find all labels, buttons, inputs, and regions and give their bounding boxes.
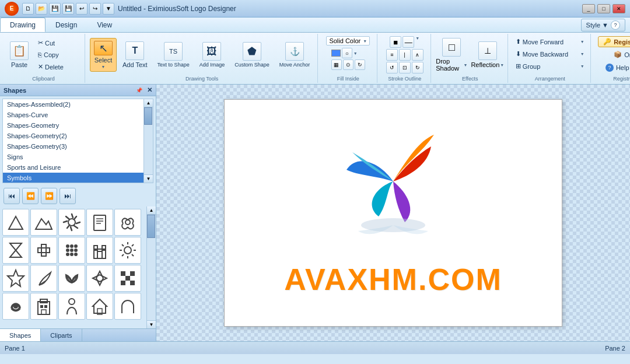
- fill-extra-1[interactable]: ▦: [331, 60, 342, 70]
- logo-graphic: [329, 117, 457, 246]
- minimize-button[interactable]: _: [582, 4, 595, 13]
- stroke-extra-1[interactable]: ↺: [386, 62, 398, 74]
- shape-icon-home[interactable]: [86, 293, 113, 320]
- paste-button[interactable]: 📋 Paste: [6, 38, 33, 72]
- scroll-up-btn[interactable]: ▲: [144, 99, 153, 107]
- add-image-button[interactable]: 🖼 Add Image: [195, 38, 229, 72]
- svg-point-23: [74, 253, 78, 256]
- add-text-button[interactable]: T Add Text: [118, 38, 152, 72]
- stroke-dropdown[interactable]: ▼: [415, 36, 419, 48]
- shape-icon-building[interactable]: [30, 293, 57, 320]
- tab-shapes[interactable]: Shapes: [0, 329, 41, 341]
- shape-list[interactable]: Shapes-Assembled(2) Shapes-Curve Shapes-…: [2, 99, 144, 183]
- move-forward-button[interactable]: ⬆ Move Forward ▼: [512, 36, 588, 47]
- stroke-cap-btn[interactable]: |: [399, 49, 411, 61]
- shape-list-item[interactable]: Signs: [3, 152, 144, 162]
- close-button[interactable]: ✕: [612, 4, 625, 13]
- fill-opacity-btn[interactable]: ○: [342, 48, 352, 58]
- delete-button[interactable]: ✕ Delete: [34, 61, 81, 72]
- text-to-shape-button[interactable]: TS Text to Shape: [153, 38, 194, 72]
- menu-tab-view[interactable]: View: [87, 18, 122, 32]
- shape-list-item[interactable]: Sports and Leisure: [3, 162, 144, 173]
- shape-icon-checkerboard[interactable]: [114, 265, 141, 292]
- move-backward-button[interactable]: ⬇ Move Backward ▼: [512, 48, 588, 60]
- tab-cliparts[interactable]: Cliparts: [41, 329, 82, 341]
- shape-list-item[interactable]: Shapes-Assembled(2): [3, 99, 144, 110]
- stroke-extra-3[interactable]: ↻: [412, 62, 424, 74]
- custom-shape-button[interactable]: ⬟ Custom Shape: [230, 38, 274, 72]
- shape-icon-cross4[interactable]: [30, 237, 57, 264]
- grid-scroll-up[interactable]: ▲: [147, 206, 156, 215]
- shape-icon-mountain[interactable]: [2, 209, 29, 236]
- shape-list-item[interactable]: Shapes-Geometry: [3, 120, 144, 131]
- shape-icon-hourglass[interactable]: [2, 237, 29, 264]
- shape-icon-arrow-star[interactable]: [2, 265, 29, 292]
- shape-icon-dots[interactable]: [58, 237, 85, 264]
- stroke-type-btn[interactable]: —: [402, 36, 414, 48]
- cut-button[interactable]: ✂ Cut: [34, 37, 81, 48]
- reflection-icon[interactable]: ⊥: [478, 41, 497, 60]
- select-label: Select: [94, 57, 113, 64]
- move-anchor-button[interactable]: ⚓ Move Anchor: [275, 38, 314, 72]
- shape-icon-gear[interactable]: [58, 209, 85, 236]
- drop-shadow-arrow[interactable]: ▼: [463, 63, 467, 67]
- shape-icon-feather[interactable]: [30, 265, 57, 292]
- panel-close-btn[interactable]: ✕: [147, 86, 152, 94]
- drop-shadow-icon[interactable]: □: [442, 38, 461, 57]
- fill-color-swatch[interactable]: [331, 50, 341, 57]
- group-button[interactable]: ⊞ Group ▼: [512, 61, 588, 72]
- canvas-document[interactable]: AVAXHM.COM: [224, 99, 562, 327]
- qa-new[interactable]: 🗋: [22, 3, 34, 15]
- fill-type-dropdown[interactable]: Solid Color ▼: [326, 36, 370, 46]
- grid-scroll-thumb[interactable]: [147, 215, 155, 238]
- shape-list-item-selected[interactable]: Symbols: [3, 173, 144, 183]
- qa-dropdown[interactable]: ▼: [103, 3, 114, 15]
- panel-pin-icon[interactable]: 📌: [136, 88, 142, 93]
- qa-save[interactable]: 💾: [49, 3, 61, 15]
- stroke-color-btn[interactable]: ■: [390, 36, 401, 48]
- shape-icon-arch[interactable]: [114, 293, 141, 320]
- shape-icon-castle[interactable]: [86, 237, 113, 264]
- play-last-btn[interactable]: ⏭: [60, 188, 76, 204]
- play-first-btn[interactable]: ⏮: [4, 188, 20, 204]
- shape-list-item[interactable]: Shapes-Geometry(3): [3, 141, 144, 152]
- menu-tab-design[interactable]: Design: [46, 18, 87, 32]
- fill-color-dropdown[interactable]: ▼: [354, 51, 358, 55]
- reflection-arrow[interactable]: ▼: [500, 63, 504, 67]
- select-button[interactable]: ↖ Select ▼: [90, 38, 117, 72]
- shape-icon-mountain2[interactable]: [30, 209, 57, 236]
- shape-icon-book[interactable]: [86, 209, 113, 236]
- shape-list-item[interactable]: Shapes-Curve: [3, 110, 144, 120]
- play-next-btn[interactable]: ⏩: [41, 188, 57, 204]
- shape-icon-fan[interactable]: [58, 265, 85, 292]
- shape-list-item[interactable]: Shapes-Geometry(2): [3, 131, 144, 141]
- play-prev-btn[interactable]: ⏪: [22, 188, 38, 204]
- order-button[interactable]: 📦 Order: [608, 49, 630, 60]
- registration-button[interactable]: 🔑 Registration: [598, 36, 630, 47]
- qa-save2[interactable]: 💾: [62, 3, 74, 15]
- menu-tab-drawing[interactable]: Drawing: [0, 18, 46, 32]
- fill-extra-2[interactable]: ⊙: [343, 60, 354, 70]
- svg-point-16: [70, 244, 74, 248]
- copy-button[interactable]: ⎘ Copy: [34, 50, 81, 60]
- grid-scroll-down[interactable]: ▼: [147, 320, 156, 328]
- qa-undo[interactable]: ↩: [76, 3, 88, 15]
- scroll-down-btn[interactable]: ▼: [144, 174, 153, 183]
- shape-icon-chevron-star[interactable]: [86, 265, 113, 292]
- help-topics-button[interactable]: ? Help Topics: [600, 62, 630, 74]
- shape-icon-radioactive[interactable]: [2, 293, 29, 320]
- shape-icon-sun2[interactable]: [114, 237, 141, 264]
- shape-icon-biohazard[interactable]: [114, 209, 141, 236]
- maximize-button[interactable]: □: [597, 4, 610, 13]
- svg-marker-52: [93, 299, 107, 313]
- help-icon[interactable]: ?: [611, 20, 620, 30]
- style-button[interactable]: Style ▼ ?: [581, 19, 625, 32]
- stroke-extra-2[interactable]: ⊡: [399, 62, 411, 74]
- fill-extra-3[interactable]: ↻: [355, 60, 365, 70]
- qa-redo[interactable]: ↪: [89, 3, 101, 15]
- shape-icon-person[interactable]: [58, 293, 85, 320]
- scroll-thumb[interactable]: [144, 107, 152, 125]
- qa-open[interactable]: 📂: [36, 3, 47, 15]
- stroke-width-btn[interactable]: ≡: [386, 49, 398, 61]
- stroke-join-btn[interactable]: ∧: [412, 49, 424, 61]
